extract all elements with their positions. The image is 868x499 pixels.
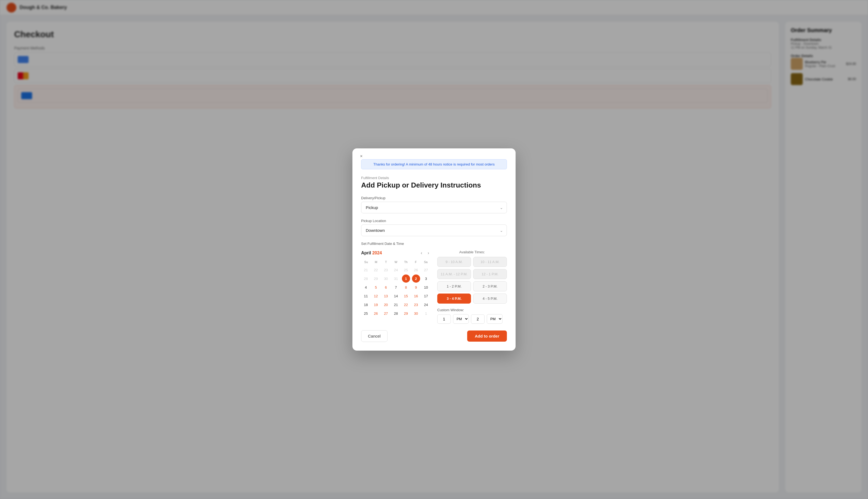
notice-banner: Thanks for ordering! A minimum of 48 hou… (361, 159, 507, 169)
cal-cell[interactable]: 26 (372, 309, 380, 317)
time-slot-12-1[interactable]: 12 - 1 P.M. (473, 269, 507, 279)
day-name-f: F (411, 259, 421, 265)
time-slot-9-10[interactable]: 9 - 10 A.M. (437, 257, 471, 267)
cal-cell-today[interactable]: 1 (402, 275, 410, 283)
modal-footer: Cancel Add to order (361, 330, 507, 342)
cal-week-2: 28 29 30 31 1 2 3 (361, 275, 431, 283)
day-name-w: W (391, 259, 401, 265)
custom-end-ampm-select[interactable]: PM AM (487, 314, 503, 324)
day-name-m: M (371, 259, 381, 265)
cal-cell[interactable]: 27 (422, 266, 430, 274)
delivery-pickup-label: Delivery/Pickup (361, 196, 507, 200)
cal-cell[interactable]: 29 (372, 275, 380, 283)
cal-week-5: 18 19 20 21 22 23 24 (361, 301, 431, 309)
modal-title: Add Pickup or Delivery Instructions (361, 181, 507, 190)
cal-cell[interactable]: 22 (402, 301, 410, 309)
time-slot-1-2[interactable]: 1 - 2 P.M. (437, 281, 471, 291)
time-slot-3-4[interactable]: 3 - 4 P.M. (437, 293, 471, 304)
cal-cell[interactable]: 18 (362, 301, 370, 309)
custom-window-inputs: PM AM PM AM (437, 314, 507, 324)
cal-cell-selected[interactable]: 2 (412, 275, 420, 283)
available-times-label: Available Times: (437, 250, 507, 254)
cal-week-1: 21 22 23 24 25 26 27 (361, 266, 431, 274)
day-name-su: Su (361, 259, 371, 265)
cal-cell[interactable]: 23 (412, 301, 420, 309)
cal-cell[interactable]: 7 (392, 283, 400, 291)
cal-cell[interactable]: 12 (372, 292, 380, 300)
cal-cell[interactable]: 28 (362, 275, 370, 283)
calendar-prev-button[interactable]: ‹ (419, 250, 424, 256)
delivery-pickup-select[interactable]: Pickup Delivery (361, 202, 507, 214)
cal-cell[interactable]: 4 (362, 283, 370, 291)
pickup-location-wrapper: Downtown Uptown Westside ⌄ (361, 224, 507, 236)
cal-cell[interactable]: 5 (372, 283, 380, 291)
day-name-th: Th (401, 259, 411, 265)
cal-cell[interactable]: 16 (412, 292, 420, 300)
cal-cell[interactable]: 24 (422, 301, 430, 309)
cal-cell[interactable]: 3 (422, 275, 430, 283)
cal-cell[interactable]: 10 (422, 283, 430, 291)
cal-week-4: 11 12 13 14 15 16 17 (361, 292, 431, 300)
cal-cell[interactable]: 25 (402, 266, 410, 274)
cal-cell[interactable]: 23 (382, 266, 390, 274)
cal-cell[interactable]: 21 (392, 301, 400, 309)
custom-end-input[interactable] (471, 315, 485, 324)
calendar-year: 2024 (372, 251, 382, 255)
cal-cell[interactable]: 31 (392, 275, 400, 283)
cal-cell[interactable]: 13 (382, 292, 390, 300)
calendar-grid: Su M T W Th F Sa 21 22 23 (361, 259, 431, 317)
add-to-order-button[interactable]: Add to order (467, 330, 507, 342)
cal-cell[interactable]: 6 (382, 283, 390, 291)
calendar-day-names: Su M T W Th F Sa (361, 259, 431, 265)
cal-cell[interactable]: 28 (392, 309, 400, 317)
cal-cell[interactable]: 15 (402, 292, 410, 300)
cal-cell[interactable]: 24 (392, 266, 400, 274)
cal-cell[interactable]: 21 (362, 266, 370, 274)
cal-cell[interactable]: 19 (372, 301, 380, 309)
modal-overlay: × Thanks for ordering! A minimum of 48 h… (0, 0, 868, 499)
time-slot-4-5[interactable]: 4 - 5 P.M. (473, 293, 507, 304)
cal-cell[interactable]: 25 (362, 309, 370, 317)
calendar-next-button[interactable]: › (426, 250, 431, 256)
cal-cell[interactable]: 20 (382, 301, 390, 309)
cal-cell[interactable]: 8 (402, 283, 410, 291)
cal-cell[interactable]: 9 (412, 283, 420, 291)
cancel-button[interactable]: Cancel (361, 330, 387, 342)
delivery-pickup-wrapper: Pickup Delivery ⌄ (361, 202, 507, 214)
calendar-time-wrapper: April 2024 ‹ › Su M T W Th F S (361, 250, 507, 324)
modal-subtitle: Fulfillment Details (361, 176, 507, 180)
cal-cell[interactable]: 30 (382, 275, 390, 283)
cal-cell[interactable]: 29 (402, 309, 410, 317)
cal-week-6: 25 26 27 28 29 30 1 (361, 309, 431, 317)
custom-start-input[interactable] (437, 315, 451, 324)
cal-cell[interactable]: 27 (382, 309, 390, 317)
pickup-location-label: Pickup Location (361, 219, 507, 223)
time-slot-10-11[interactable]: 10 - 11 A.M. (473, 257, 507, 267)
calendar: April 2024 ‹ › Su M T W Th F S (361, 250, 431, 324)
calendar-weeks: 21 22 23 24 25 26 27 28 29 30 (361, 266, 431, 317)
calendar-header: April 2024 ‹ › (361, 250, 431, 256)
cal-cell[interactable]: 1 (422, 309, 430, 317)
custom-window: Custom Window: PM AM PM AM (437, 308, 507, 324)
cal-week-3: 4 5 6 7 8 9 10 (361, 283, 431, 291)
calendar-month-year: April 2024 (361, 251, 382, 255)
cal-cell[interactable]: 17 (422, 292, 430, 300)
day-name-sa: Sa (421, 259, 431, 265)
pickup-location-select[interactable]: Downtown Uptown Westside (361, 224, 507, 236)
time-slot-11-12[interactable]: 11 A.M. - 12 P.M. (437, 269, 471, 279)
cal-cell[interactable]: 14 (392, 292, 400, 300)
custom-start-ampm-select[interactable]: PM AM (453, 314, 469, 324)
modal-title-section: Fulfillment Details Add Pickup or Delive… (361, 176, 507, 190)
time-slot-2-3[interactable]: 2 - 3 P.M. (473, 281, 507, 291)
fulfillment-date-label: Set Fulfillment Date & Time (361, 242, 507, 246)
cal-cell[interactable]: 11 (362, 292, 370, 300)
cal-cell[interactable]: 26 (412, 266, 420, 274)
modal-close-button[interactable]: × (358, 153, 365, 160)
time-grid: 9 - 10 A.M. 10 - 11 A.M. 11 A.M. - 12 P.… (437, 257, 507, 304)
day-name-t: T (381, 259, 391, 265)
cal-cell[interactable]: 22 (372, 266, 380, 274)
cal-cell[interactable]: 30 (412, 309, 420, 317)
time-slots-panel: Available Times: 9 - 10 A.M. 10 - 11 A.M… (437, 250, 507, 324)
fulfillment-modal: × Thanks for ordering! A minimum of 48 h… (352, 148, 516, 351)
calendar-nav: ‹ › (419, 250, 431, 256)
